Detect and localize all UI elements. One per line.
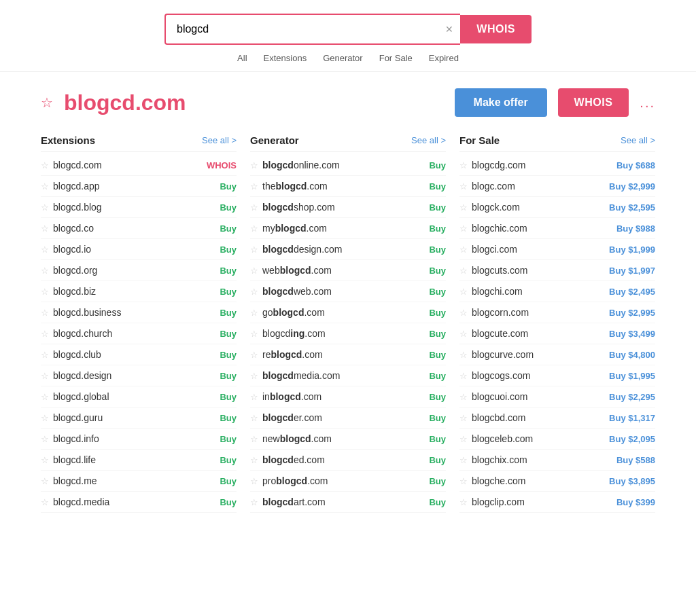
domain-price[interactable]: Buy (220, 266, 237, 276)
domain-price[interactable]: Buy (429, 434, 446, 444)
row-star-icon[interactable]: ☆ (41, 287, 49, 297)
forsale-see-all[interactable]: See all > (621, 135, 655, 145)
domain-price[interactable]: Buy (220, 308, 237, 318)
row-star-icon[interactable]: ☆ (41, 202, 49, 213)
domain-price[interactable]: Buy (429, 223, 446, 234)
row-star-icon[interactable]: ☆ (459, 392, 468, 402)
domain-price[interactable]: Buy (429, 329, 446, 339)
domain-price[interactable]: Buy $2,295 (609, 392, 655, 402)
row-star-icon[interactable]: ☆ (459, 455, 468, 465)
domain-price[interactable]: Buy (220, 455, 237, 465)
domain-price[interactable]: Buy (429, 244, 446, 255)
row-star-icon[interactable]: ☆ (459, 223, 468, 234)
domain-price[interactable]: Buy $1,999 (609, 244, 655, 255)
row-star-icon[interactable]: ☆ (459, 329, 468, 339)
domain-price[interactable]: Buy $2,495 (609, 287, 655, 297)
domain-price[interactable]: Buy (429, 287, 446, 297)
row-star-icon[interactable]: ☆ (41, 497, 49, 507)
whois-button-domain[interactable]: WHOIS (558, 88, 629, 117)
domain-price[interactable]: Buy $1,995 (609, 371, 655, 381)
domain-price[interactable]: Buy (220, 476, 237, 486)
domain-price[interactable]: Buy (429, 476, 446, 486)
row-star-icon[interactable]: ☆ (41, 181, 49, 192)
domain-price[interactable]: Buy (220, 244, 237, 255)
domain-price[interactable]: Buy (429, 371, 446, 381)
row-star-icon[interactable]: ☆ (250, 455, 258, 465)
row-star-icon[interactable]: ☆ (459, 371, 468, 381)
row-star-icon[interactable]: ☆ (41, 371, 49, 381)
domain-price[interactable]: Buy $2,995 (609, 308, 655, 318)
row-star-icon[interactable]: ☆ (459, 202, 468, 213)
domain-price[interactable]: Buy (220, 202, 237, 213)
search-input[interactable] (164, 14, 460, 45)
domain-price[interactable]: Buy (220, 350, 237, 360)
row-star-icon[interactable]: ☆ (41, 223, 49, 234)
row-star-icon[interactable]: ☆ (41, 266, 49, 276)
row-star-icon[interactable]: ☆ (250, 181, 258, 192)
row-star-icon[interactable]: ☆ (459, 497, 468, 507)
domain-price[interactable]: Buy (220, 287, 237, 297)
row-star-icon[interactable]: ☆ (250, 223, 258, 234)
domain-price[interactable]: Buy $4,800 (609, 350, 655, 360)
row-star-icon[interactable]: ☆ (250, 434, 258, 444)
domain-price[interactable]: Buy $1,997 (609, 266, 655, 276)
tab-generator[interactable]: Generator (323, 52, 363, 65)
row-star-icon[interactable]: ☆ (250, 287, 258, 297)
row-star-icon[interactable]: ☆ (250, 350, 258, 360)
row-star-icon[interactable]: ☆ (459, 266, 468, 276)
domain-price[interactable]: Buy $588 (616, 455, 655, 465)
tab-extensions[interactable]: Extensions (264, 52, 307, 65)
domain-price[interactable]: Buy (429, 308, 446, 318)
tab-all[interactable]: All (237, 52, 247, 65)
row-star-icon[interactable]: ☆ (250, 392, 258, 402)
row-star-icon[interactable]: ☆ (41, 160, 49, 170)
domain-price[interactable]: Buy (220, 434, 237, 444)
extensions-see-all[interactable]: See all > (202, 135, 237, 145)
domain-price[interactable]: Buy (220, 329, 237, 339)
row-star-icon[interactable]: ☆ (41, 434, 49, 444)
row-star-icon[interactable]: ☆ (250, 202, 258, 213)
domain-price[interactable]: Buy (220, 223, 237, 234)
row-star-icon[interactable]: ☆ (459, 287, 468, 297)
domain-price[interactable]: Buy (429, 181, 446, 192)
domain-price[interactable]: Buy $1,317 (609, 413, 655, 423)
row-star-icon[interactable]: ☆ (459, 434, 468, 444)
row-star-icon[interactable]: ☆ (250, 371, 258, 381)
row-star-icon[interactable]: ☆ (459, 181, 468, 192)
favorite-star-icon[interactable]: ☆ (41, 94, 53, 111)
row-star-icon[interactable]: ☆ (250, 413, 258, 423)
row-star-icon[interactable]: ☆ (459, 413, 468, 423)
domain-price[interactable]: Buy $2,095 (609, 434, 655, 444)
domain-price[interactable]: Buy $688 (616, 160, 655, 170)
whois-button-top[interactable]: WHOIS (460, 15, 532, 43)
domain-price[interactable]: Buy $3,499 (609, 329, 655, 339)
domain-price[interactable]: Buy $399 (616, 497, 655, 507)
row-star-icon[interactable]: ☆ (250, 308, 258, 318)
domain-price[interactable]: Buy (429, 392, 446, 402)
row-star-icon[interactable]: ☆ (250, 266, 258, 276)
domain-price[interactable]: Buy (429, 266, 446, 276)
row-star-icon[interactable]: ☆ (459, 244, 468, 255)
row-star-icon[interactable]: ☆ (41, 350, 49, 360)
domain-price[interactable]: Buy (429, 413, 446, 423)
row-star-icon[interactable]: ☆ (250, 160, 258, 170)
tab-forsale[interactable]: For Sale (379, 52, 413, 65)
domain-price[interactable]: Buy (429, 350, 446, 360)
domain-price[interactable]: Buy (429, 202, 446, 213)
domain-price[interactable]: Buy (220, 181, 237, 192)
domain-price[interactable]: Buy (220, 497, 237, 507)
row-star-icon[interactable]: ☆ (459, 308, 468, 318)
row-star-icon[interactable]: ☆ (459, 476, 468, 486)
domain-price[interactable]: Buy $2,999 (609, 181, 655, 192)
domain-price[interactable]: Buy (429, 455, 446, 465)
domain-price[interactable]: Buy (429, 497, 446, 507)
row-star-icon[interactable]: ☆ (250, 244, 258, 255)
row-star-icon[interactable]: ☆ (250, 497, 258, 507)
row-star-icon[interactable]: ☆ (41, 244, 49, 255)
row-star-icon[interactable]: ☆ (41, 455, 49, 465)
generator-see-all[interactable]: See all > (411, 135, 446, 145)
row-star-icon[interactable]: ☆ (250, 476, 258, 486)
row-star-icon[interactable]: ☆ (459, 350, 468, 360)
domain-price[interactable]: Buy $988 (616, 223, 655, 234)
row-star-icon[interactable]: ☆ (41, 392, 49, 402)
